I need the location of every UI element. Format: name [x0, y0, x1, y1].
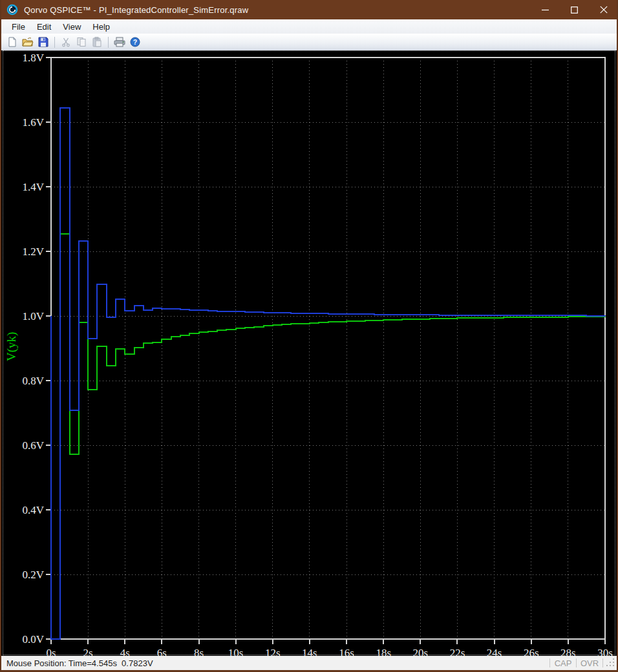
status-separator: [602, 658, 603, 667]
svg-text:V(yk): V(yk): [5, 332, 19, 361]
svg-text:26s: 26s: [524, 647, 539, 656]
svg-text:2s: 2s: [83, 647, 93, 656]
waveform-plot-area[interactable]: 0.0V0.2V0.4V0.6V0.8V1.0V1.2V1.4V1.6V1.8V…: [1, 50, 617, 656]
menu-item-edit[interactable]: Edit: [31, 20, 57, 34]
svg-text:18s: 18s: [376, 647, 391, 656]
svg-text:28s: 28s: [560, 647, 576, 656]
svg-text:4s: 4s: [120, 647, 130, 656]
copy-icon: [76, 37, 87, 47]
svg-text:0.4V: 0.4V: [22, 504, 44, 516]
svg-text:6s: 6s: [157, 647, 167, 656]
svg-text:1.2V: 1.2V: [22, 246, 44, 258]
svg-text:14s: 14s: [302, 647, 317, 656]
help-icon: ?: [130, 37, 140, 47]
cut-button[interactable]: [58, 35, 74, 49]
toolbar: ?: [1, 34, 617, 50]
paste-clipboard-icon: [92, 37, 102, 47]
close-button[interactable]: [589, 0, 618, 19]
svg-text:0.8V: 0.8V: [22, 375, 44, 387]
menu-item-view[interactable]: View: [57, 20, 87, 34]
svg-text:16s: 16s: [339, 647, 354, 656]
cut-scissors-icon: [61, 37, 71, 47]
qorvo-logo-icon: [6, 4, 18, 16]
window-title: Qorvo QSPICE™ - PI_IntegratedController_…: [24, 5, 248, 15]
title-bar[interactable]: Qorvo QSPICE™ - PI_IntegratedController_…: [0, 0, 618, 19]
mouse-position-readout: Mouse Position: Time=4.545s 0.7823V: [6, 658, 153, 668]
waveform-chart[interactable]: 0.0V0.2V0.4V0.6V0.8V1.0V1.2V1.4V1.6V1.8V…: [1, 50, 617, 656]
menu-item-help[interactable]: Help: [87, 20, 116, 34]
svg-text:0.6V: 0.6V: [22, 439, 44, 452]
open-file-button[interactable]: [20, 35, 36, 49]
menu-bar: FileEditViewHelp: [1, 19, 617, 34]
svg-text:10s: 10s: [228, 647, 244, 656]
svg-text:20s: 20s: [413, 647, 429, 656]
open-folder-icon: [22, 37, 34, 47]
svg-text:0.0V: 0.0V: [22, 633, 44, 646]
svg-text:30s: 30s: [597, 647, 613, 656]
print-icon: [114, 37, 125, 47]
maximize-icon: [571, 6, 578, 14]
svg-text:12s: 12s: [265, 647, 281, 656]
svg-text:1.6V: 1.6V: [22, 116, 44, 129]
svg-text:0.2V: 0.2V: [22, 569, 44, 581]
menu-item-file[interactable]: File: [6, 20, 31, 34]
svg-text:1.4V: 1.4V: [22, 181, 44, 193]
application-window: Qorvo QSPICE™ - PI_IntegratedController_…: [0, 0, 618, 672]
svg-text:0s: 0s: [46, 647, 56, 656]
maximize-button[interactable]: [560, 0, 589, 19]
print-button[interactable]: [112, 35, 127, 49]
close-icon: [600, 6, 608, 14]
status-bar: Mouse Position: Time=4.545s 0.7823V CAP …: [1, 656, 617, 670]
svg-text:8s: 8s: [194, 647, 204, 656]
paste-button[interactable]: [89, 35, 105, 49]
caps-lock-indicator: CAP: [550, 658, 576, 668]
new-file-icon: [7, 37, 17, 47]
svg-text:1.0V: 1.0V: [22, 310, 44, 322]
toolbar-separator: [108, 37, 109, 48]
svg-text:22s: 22s: [450, 647, 465, 656]
save-file-button[interactable]: [36, 35, 51, 49]
new-file-button[interactable]: [5, 35, 20, 49]
toolbar-separator: [54, 37, 55, 48]
minimize-button[interactable]: [531, 0, 560, 19]
svg-text:1.8V: 1.8V: [22, 52, 44, 64]
svg-text:?: ?: [133, 38, 137, 46]
resize-grip[interactable]: [606, 658, 616, 668]
minimize-icon: [542, 6, 549, 14]
overwrite-indicator: OVR: [577, 658, 602, 668]
svg-text:24s: 24s: [487, 647, 502, 656]
help-button[interactable]: ?: [127, 35, 143, 49]
copy-button[interactable]: [74, 35, 89, 49]
save-floppy-icon: [38, 37, 48, 47]
